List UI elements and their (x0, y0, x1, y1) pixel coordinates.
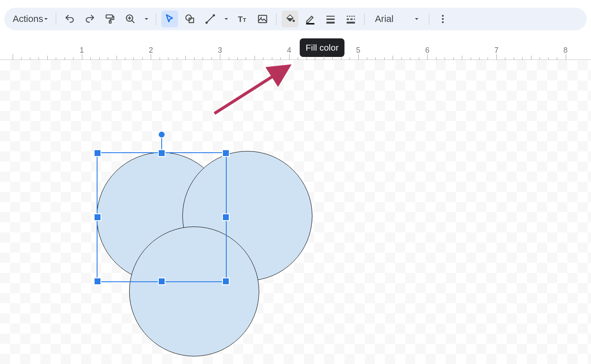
ruler-number: 4 (287, 46, 291, 55)
ruler-tick (298, 57, 298, 60)
ruler-tick (194, 57, 195, 60)
paint-format-button[interactable] (102, 11, 119, 27)
horizontal-ruler: 12345678 (0, 44, 591, 60)
line-dropdown-button[interactable] (222, 11, 230, 27)
ruler-tick (151, 54, 151, 60)
textbox-icon: T T (236, 13, 248, 25)
separator (156, 13, 156, 25)
ruler-tick (185, 56, 186, 60)
ruler-tick (263, 57, 263, 60)
ruler-tick (56, 57, 56, 60)
svg-point-25 (442, 18, 444, 20)
ruler-number: 7 (494, 46, 499, 55)
ruler-tick (315, 57, 315, 60)
resize-handle[interactable] (222, 149, 230, 157)
line-tool-button[interactable] (202, 11, 219, 27)
textbox-tool-button[interactable]: T T (234, 11, 251, 27)
svg-point-11 (293, 20, 295, 22)
font-selector[interactable]: Arial (368, 11, 426, 27)
more-options-button[interactable] (434, 11, 451, 27)
ruler-tick (401, 57, 402, 60)
ruler-number: 3 (218, 46, 222, 55)
dropdown-icon (144, 17, 149, 21)
cursor-icon (164, 13, 175, 24)
ruler-number: 6 (425, 46, 429, 55)
ruler-tick (168, 57, 168, 60)
ruler-tick (237, 57, 238, 60)
shape-tool-button[interactable] (182, 11, 198, 27)
ruler-tick (133, 57, 134, 60)
ruler-tick (306, 57, 307, 60)
svg-rect-1 (109, 21, 111, 23)
border-color-button[interactable] (302, 11, 319, 27)
shape-layer (0, 60, 591, 364)
resize-handle[interactable] (94, 278, 101, 285)
resize-handle[interactable] (158, 149, 165, 157)
border-dash-button[interactable] (342, 11, 359, 27)
image-tool-button[interactable] (254, 11, 271, 27)
paint-format-icon (105, 13, 116, 24)
resize-handle[interactable] (158, 278, 165, 285)
ruler-tick (117, 56, 117, 60)
ruler-number: 1 (80, 46, 84, 55)
ruler-tick (38, 57, 39, 60)
svg-point-26 (442, 21, 444, 23)
ruler-number: 8 (564, 46, 568, 55)
svg-text:T: T (243, 17, 246, 23)
rotation-handle[interactable] (158, 131, 165, 138)
ruler-baseline (0, 59, 591, 60)
ruler-tick (514, 57, 514, 60)
border-dash-icon (345, 13, 356, 24)
resize-handle[interactable] (222, 278, 230, 285)
ruler-tick (82, 54, 82, 60)
svg-rect-15 (326, 22, 335, 24)
svg-point-24 (442, 15, 444, 16)
ruler-tick (177, 57, 177, 60)
resize-handle[interactable] (222, 213, 230, 221)
ruler-tick (358, 54, 359, 60)
redo-button[interactable] (81, 11, 98, 27)
drawing-canvas[interactable] (0, 60, 591, 364)
svg-rect-20 (347, 19, 349, 20)
ruler-tick (289, 54, 290, 60)
ruler-tick (445, 57, 445, 60)
undo-button[interactable] (61, 11, 78, 27)
separator (429, 13, 429, 25)
line-icon (205, 13, 216, 24)
border-weight-button[interactable] (322, 11, 339, 27)
ruler-tick (280, 57, 281, 60)
actions-menu-button[interactable]: Actions (8, 11, 52, 27)
ruler-tick (453, 57, 454, 60)
svg-rect-17 (349, 16, 350, 16)
ruler-tick (13, 54, 13, 60)
svg-rect-13 (326, 16, 335, 16)
ruler-tick (272, 57, 272, 60)
select-tool-button[interactable] (161, 11, 178, 27)
selection-box[interactable] (97, 152, 227, 282)
svg-rect-0 (106, 15, 112, 18)
ruler-tick (505, 57, 505, 60)
undo-icon (64, 13, 75, 24)
dropdown-icon (44, 17, 48, 21)
ruler-tick (220, 54, 220, 60)
fill-color-button[interactable] (282, 11, 298, 27)
ruler-tick (419, 57, 419, 60)
border-color-icon (305, 13, 316, 24)
zoom-dropdown-button[interactable] (142, 11, 151, 27)
ruler-tick (341, 57, 342, 60)
ruler-tick (375, 57, 376, 60)
ruler-tick (522, 57, 523, 60)
ruler-tick (488, 57, 488, 60)
redo-icon (84, 13, 95, 24)
svg-point-6 (213, 15, 214, 16)
svg-rect-12 (306, 23, 314, 24)
ruler-number: 5 (356, 46, 360, 55)
ruler-tick (47, 56, 48, 60)
ruler-tick (410, 57, 410, 60)
resize-handle[interactable] (94, 149, 101, 157)
separator (276, 13, 277, 25)
zoom-button[interactable] (122, 11, 139, 27)
ruler-tick (531, 56, 531, 60)
toolbar-container: Actions (0, 0, 591, 30)
resize-handle[interactable] (94, 213, 101, 221)
